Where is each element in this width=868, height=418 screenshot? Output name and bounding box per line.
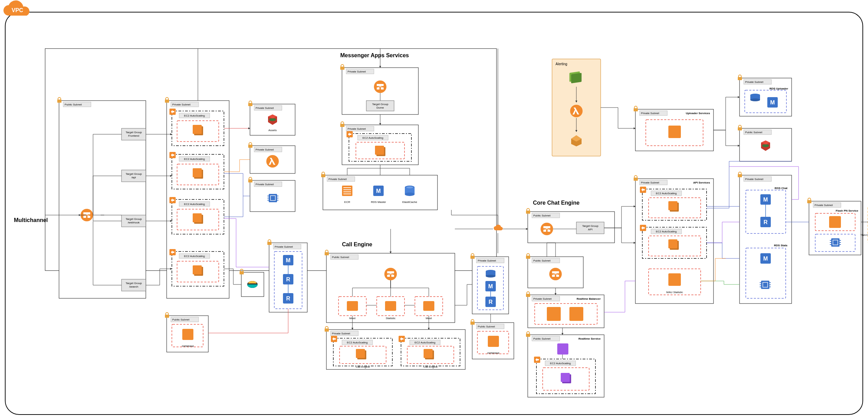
svg-text:EC2 AutoScaling: EC2 AutoScaling [415, 341, 435, 344]
lambda-subnet-mc: Private Subnet [248, 143, 295, 173]
svg-text:Private Subnet: Private Subnet [256, 106, 274, 110]
messenger-asg-subnet: Private Subnet EC2 AutoScaling [340, 122, 418, 165]
multichannel-title: Multichannel [14, 217, 48, 223]
svg-rect-171 [557, 343, 568, 355]
svg-text:Private Subnet: Private Subnet [641, 112, 659, 115]
vpc-label: VPC [12, 7, 23, 13]
call-engine-title: Call Engine [342, 241, 372, 247]
tg-webhook: Target Group/webhook [122, 215, 146, 227]
messenger-data-subnet: Private Subnet ECR RDS Master ElastiCach… [321, 172, 437, 210]
svg-text:RDS Master: RDS Master [371, 201, 386, 204]
assets-subnet: Private Subnet Assets [248, 101, 295, 135]
vpc-cloud-badge: VPC [3, 0, 30, 16]
svg-text:Private Subnet: Private Subnet [275, 245, 293, 248]
svg-text:Target Group/webhook: Target Group/webhook [126, 217, 142, 224]
messenger-title: Messenger Apps Services [340, 52, 409, 58]
svg-text:Uploader Services: Uploader Services [686, 112, 710, 115]
svg-text:Public Subnet: Public Subnet [332, 256, 349, 259]
svg-text:Public Subnet: Public Subnet [533, 214, 551, 217]
svg-text:metabase: metabase [182, 344, 194, 348]
mc-public-subnet-label: Public Subnet [65, 103, 82, 106]
svg-rect-96 [366, 101, 394, 111]
svg-text:EC2 AutoScaling: EC2 AutoScaling [184, 255, 205, 258]
core-chat-title: Core Chat Engine [533, 200, 579, 206]
svg-text:Realtime Balancer: Realtime Balancer [577, 297, 601, 300]
realtime-elb-subnet: Public Subnet [526, 254, 583, 288]
call-engine-elb-subnet: Public Subnet Meet Statistic Meet [325, 250, 455, 323]
svg-text:Private Subnet: Private Subnet [745, 80, 763, 84]
tg-frontend: Target GroupFrontend [122, 128, 146, 140]
tg-search: Target Group/search [122, 279, 146, 291]
svg-text:Private Subnet: Private Subnet [348, 127, 366, 130]
svg-rect-91 [182, 329, 193, 340]
svg-text:RDS Chat: RDS Chat [775, 187, 787, 190]
svg-text:Flash PN Service: Flash PN Service [836, 209, 858, 212]
svg-text:Alerting: Alerting [556, 62, 567, 66]
metabase-subnet-call: Public Subnet metabase [470, 319, 514, 359]
rds-cluster-mc: Private Subnet [267, 240, 307, 312]
svg-rect-218 [829, 216, 841, 228]
svg-text:Private Subnet: Private Subnet [815, 204, 833, 207]
uploader-s3-subnet: Public Subnet [738, 125, 792, 161]
svg-text:ElastiCache: ElastiCache [402, 201, 417, 204]
svg-text:EC2 AutoScaling: EC2 AutoScaling [184, 203, 205, 206]
svg-text:Public Subnet: Public Subnet [172, 318, 190, 321]
svg-text:API Services: API Services [693, 181, 710, 184]
svg-rect-126 [423, 301, 434, 311]
svg-text:EC2 AutoScaling: EC2 AutoScaling [184, 157, 205, 161]
svg-text:EC2 AutoScaling: EC2 AutoScaling [550, 362, 571, 365]
svg-text:RDS Uploader: RDS Uploader [769, 87, 788, 90]
architecture-diagram: M R [0, 0, 868, 418]
svg-text:Third Party ( FCM/ APNS ): Third Party ( FCM/ APNS ) [860, 233, 868, 237]
svg-text:metabase: metabase [487, 351, 500, 355]
cloud-icon [494, 225, 503, 230]
svg-rect-189 [668, 273, 681, 286]
svg-text:Public Subnet: Public Subnet [745, 131, 762, 134]
svg-text:EC2 AutoScaling: EC2 AutoScaling [656, 192, 677, 195]
svg-text:EC2 AutoScaling: EC2 AutoScaling [184, 114, 205, 117]
svg-text:Private Subnet: Private Subnet [533, 297, 552, 300]
svg-text:EC2 AutoScaling: EC2 AutoScaling [347, 341, 368, 344]
svg-text:Private Subnet: Private Subnet [256, 183, 274, 186]
call-rds-subnet: Private Subnet [470, 254, 509, 314]
svg-text:MAU Statistic: MAU Statistic [666, 291, 683, 294]
svg-text:EC2 AutoScaling: EC2 AutoScaling [362, 136, 383, 139]
api-services-subnet: Private Subnet API Services EC2 AutoScal… [634, 176, 713, 304]
svg-rect-150 [488, 336, 499, 347]
svg-text:Private Subnet: Private Subnet [641, 181, 659, 184]
realtime-balancer-subnet: Private Subnet Realtime Balancer [526, 292, 604, 328]
svg-text:Public Subnet: Public Subnet [478, 325, 495, 328]
svg-text:Private Subnet: Private Subnet [332, 332, 350, 335]
svg-text:RDS Stats: RDS Stats [774, 244, 787, 247]
uploader-services-subnet: Private Subnet Uploader Services [634, 106, 713, 151]
core-elb-subnet: Public Subnet Target GroupAPI [526, 208, 615, 243]
svg-text:Private Subnet: Private Subnet [478, 259, 496, 262]
svg-rect-120 [347, 301, 358, 311]
rds-chat-stats-subnet: Private Subnet RDS Chat RDS Stats [738, 172, 792, 304]
svg-text:Public Subnet: Public Subnet [533, 259, 551, 262]
svg-text:Assets: Assets [268, 129, 277, 132]
svg-text:Call Engine: Call Engine [424, 365, 438, 368]
svg-text:Private Subnet: Private Subnet [348, 70, 366, 73]
third-party: Third Party ( FCM/ APNS ) [860, 206, 868, 243]
svg-rect-123 [385, 301, 396, 311]
messenger-elb-subnet: Private Subnet Target GroupDome [340, 65, 418, 114]
svg-text:Public Subnet: Public Subnet [533, 337, 551, 340]
svg-text:Realtime Service: Realtime Service [578, 337, 601, 340]
chip-subnet: Private Subnet [248, 177, 295, 212]
svg-rect-165 [547, 307, 561, 321]
flash-pn-subnet: Private Subnet Flash PN Service [807, 198, 861, 255]
svg-text:Private Subnet: Private Subnet [256, 148, 274, 151]
svg-text:Call Engine: Call Engine [356, 365, 370, 368]
metabase-subnet-mc: Public Subnet metabase [165, 313, 208, 352]
svg-text:ECR: ECR [344, 201, 350, 204]
es-subnet [240, 269, 264, 297]
alerting-panel: Alerting [552, 59, 601, 156]
svg-text:Private Subnet: Private Subnet [328, 178, 347, 181]
svg-rect-166 [569, 307, 583, 321]
call-engine-asgs-subnet: Private Subnet EC2 AutoScaling Call Engi… [325, 326, 465, 369]
svg-text:Statistic: Statistic [386, 317, 395, 320]
svg-text:Private Subnet: Private Subnet [172, 103, 191, 106]
realtime-service-subnet: Public Subnet Realtime Service EC2 AutoS… [526, 332, 604, 397]
tg-api: Target Group/api [122, 170, 146, 182]
